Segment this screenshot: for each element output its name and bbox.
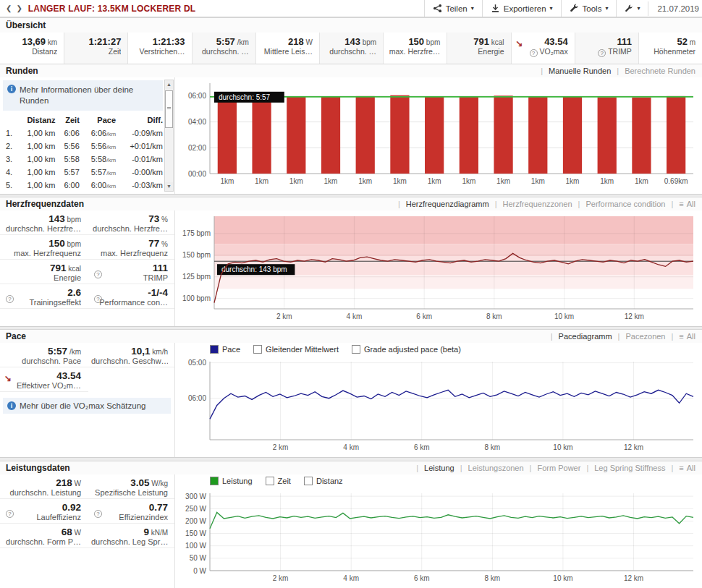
stat-label: durchschn. Leg Spr… [91,537,168,546]
svg-text:4 km: 4 km [343,574,359,582]
stat-label: durchschn. … [195,47,249,56]
vo2max-info-link[interactable]: i Mehr über die VO₂max Schätzung [3,398,171,414]
scrollbar-thumb[interactable] [165,90,173,128]
pace-legend-2[interactable]: Grade adjusted pace (beta) [352,345,461,354]
power-tab-2[interactable]: Form Power [536,464,581,472]
lap-distance: 1,00 km [16,127,57,140]
chevron-down-icon: ▾ [471,5,474,12]
help-icon[interactable]: ? [530,49,538,57]
pace-legend-1[interactable]: Gleitender Mittelwert [253,345,339,354]
help-icon[interactable]: ? [94,295,102,303]
export-button[interactable]: Exportieren▾ [482,0,561,17]
pace-tab-0[interactable]: Pacediagramm [558,332,613,341]
stat-label: Performance con… [91,298,168,307]
lap-diff: -0:07/km [117,192,164,194]
overview-stat-7: 791 kcalEnergie [447,33,510,64]
stat-value: 77 % [91,238,168,249]
heart-stat-2: 150 bpmmax. Herzfrequenz [0,235,88,260]
top-toolbar: ❮ ❯ LANGER LAUF: 13.5KM LOCKERER DL Teil… [0,0,702,17]
pace-tab-2[interactable]: ≡All [678,332,696,341]
next-activity-button[interactable]: ❯ [14,4,23,12]
checkbox-checked-icon[interactable] [210,345,219,354]
stat-value: 43.54 [3,370,81,381]
vo2max-info-text: Mehr über die VO₂max Schätzung [20,401,146,410]
laps-tab-1[interactable]: Berechnete Runden [624,67,696,75]
lap-distance: 1,00 km [16,179,57,192]
pace-unit: /km [106,157,116,163]
power-legend: LeistungZeitDistanz [175,474,702,487]
avg-tooltip: durchschn: 143 bpm [221,265,287,273]
pace-tab-1[interactable]: Pacezonen [625,332,666,341]
pace-legend-0[interactable]: Pace [210,345,240,354]
power-tab-1[interactable]: Leistungszonen [468,464,525,472]
power-legend-0[interactable]: Leistung [210,477,253,485]
share-button[interactable]: Teilen▾ [424,0,482,17]
heart-tab-1[interactable]: Herzfrequenzzonen [502,200,573,208]
help-icon[interactable]: ? [94,270,102,278]
checkbox-icon[interactable] [253,345,262,354]
power-legend-1[interactable]: Zeit [266,477,291,485]
heart-rate-chart[interactable]: 100 bpm125 bpm150 bpm175 bpm2 km4 km6 km… [175,210,702,326]
stat-label: Effektiver VO₂m… [3,381,81,390]
power-legend-2[interactable]: Distanz [304,477,343,485]
pace-legend-label: Pace [222,345,240,354]
stat-value: 52 m [642,36,695,47]
heart-tab-2[interactable]: Performance condition [585,200,666,208]
svg-text:6 km: 6 km [414,443,430,451]
svg-text:0.69km: 0.69km [664,177,688,185]
stat-label: Spezifische Leistung [91,488,168,497]
help-icon[interactable]: ? [6,510,14,518]
heart-header: Herzfrequenzdaten |Herzfrequenzdiagramm|… [0,197,702,210]
tools-button[interactable]: Tools▾ [561,0,617,17]
pace-stat-0: 5:57 /kmdurchschn. Pace [0,343,88,367]
laps-info-link[interactable]: i Mehr Informationen über deine Runden [3,80,163,111]
tab-separator: | [541,67,543,75]
lap-time: 5:58 [57,153,81,166]
laps-col-header: Diff. [117,114,164,127]
stat-value: 0.77 [91,502,168,513]
stat-unit: km/h [151,348,168,356]
laps-bar-chart[interactable]: 00:0002:0004:0006:001km1km1km1km1km1km1k… [175,77,702,194]
help-icon[interactable]: ? [94,510,102,518]
heart-tab-0[interactable]: Herzfrequenzdiagramm [405,200,490,208]
overview-stat-2: 1:21:33Verstrichen… [127,33,191,64]
stat-value: 3.05 W/kg [91,477,168,488]
laps-table: DistanzZeitPaceDiff. 1.1,00 km6:066:06/k… [1,114,164,194]
checkbox-icon[interactable] [352,345,360,354]
stat-label: durchschn. Herzfre… [91,224,168,233]
power-tab-4[interactable]: ≡All [678,464,696,472]
power-chart[interactable]: 0 W50 W100 W150 W200 W250 W300 W2 km4 km… [175,487,702,588]
svg-text:12 km: 12 km [624,574,643,582]
checkbox-checked-icon[interactable] [210,477,219,485]
stat-unit: W/kg [149,480,168,487]
power-tab-3[interactable]: Leg Spring Stiffness [593,464,666,472]
svg-text:1km: 1km [531,177,545,185]
heart-stat-6: ?2.6Trainingseffekt [0,284,88,309]
prev-activity-button[interactable]: ❮ [4,4,13,12]
overview-stat-4: 218 WMittlere Leis… [255,33,319,64]
stat-label: Trainingseffekt [3,298,81,307]
checkbox-icon[interactable] [304,477,313,485]
lap-index: 1. [1,127,16,140]
scroll-down-icon[interactable]: ▼ [165,182,173,191]
laps-table-header: DistanzZeitPaceDiff. [1,114,164,127]
pace-chart[interactable]: 05:0006:002 km4 km6 km8 km10 km12 km [175,356,702,460]
stat-label: durchschn. Herzfre… [3,224,81,233]
activity-title: LANGER LAUF: 13.5KM LOCKERER DL [28,4,196,14]
laps-info-text: Mehr Informationen über deine Runden [20,85,158,106]
power-tab-0[interactable]: Leistung [423,464,455,472]
stat-value: 9 kN/M [91,527,168,537]
settings-button[interactable]: ▾ [616,0,648,17]
laps-tab-0[interactable]: Manuelle Runden [548,67,612,75]
help-icon[interactable]: ? [598,49,606,57]
svg-text:8 km: 8 km [486,312,502,320]
help-icon[interactable]: ? [6,295,14,303]
laps-table-row: 3.1,00 km5:585:58/km-0:01/km [1,153,164,166]
svg-text:300 W: 300 W [185,493,206,500]
heart-tab-3[interactable]: ≡All [678,200,696,208]
laps-scrollbar[interactable]: ▲ ▼ [164,80,174,192]
checkbox-icon[interactable] [266,477,274,485]
scroll-up-icon[interactable]: ▲ [165,80,173,89]
trend-down-arrow-icon: ↘ [4,373,12,383]
power-legend-label: Leistung [222,477,253,485]
